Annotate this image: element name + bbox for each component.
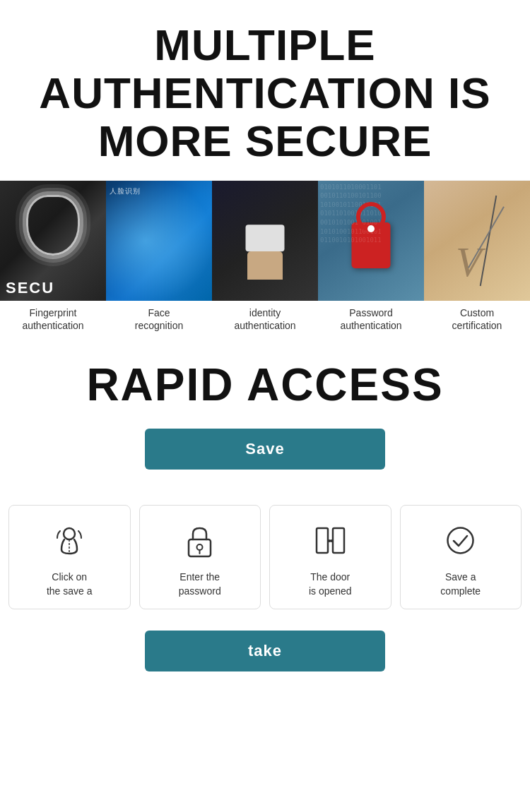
custom-image: V: [424, 181, 530, 301]
checkmark-icon: [440, 520, 482, 562]
custom-label: Custom certification: [451, 301, 504, 338]
touch-icon: [48, 520, 90, 562]
step-click-save-label: Click on the save a: [47, 571, 93, 598]
auth-types-grid: SECU Fingerprint authentication Face rec…: [0, 180, 530, 338]
save-button[interactable]: Save: [145, 429, 385, 470]
svg-rect-4: [317, 528, 328, 553]
rapid-access-title: RAPID ACCESS: [14, 359, 516, 411]
auth-item-fingerprint: SECU Fingerprint authentication: [0, 181, 106, 338]
secu-label: SECU: [0, 275, 60, 301]
v-shape: V: [456, 238, 482, 287]
step-enter-password-label: Enter the password: [179, 571, 221, 598]
step-enter-password: Enter the password: [139, 505, 261, 609]
take-button[interactable]: take: [145, 631, 385, 671]
identity-image: [212, 181, 318, 301]
face-label: Face recognition: [134, 301, 185, 338]
fingerprint-image: SECU: [0, 181, 106, 301]
identity-label: identity authentication: [232, 301, 297, 338]
auth-item-face: Face recognition: [106, 181, 212, 338]
steps-grid: Click on the save a Enter the password: [0, 505, 530, 623]
step-save-complete: Save a complete: [400, 505, 522, 609]
svg-point-0: [64, 528, 75, 539]
keyhole: [367, 225, 375, 232]
auth-item-custom: V Custom certification: [424, 181, 530, 338]
lock-icon: [179, 520, 221, 562]
auth-item-identity: identity authentication: [212, 181, 318, 338]
step-door-opened: The door is opened: [269, 505, 391, 609]
step-save-complete-label: Save a complete: [440, 571, 481, 598]
svg-rect-5: [333, 528, 344, 553]
door-icon: [309, 520, 351, 562]
step-click-save: Click on the save a: [8, 505, 131, 609]
svg-point-7: [330, 539, 333, 542]
rapid-access-section: RAPID ACCESS Save: [0, 338, 530, 505]
fingerprint-label: Fingerprint authentication: [20, 301, 85, 338]
auth-item-password: 0101011010001101 0010110100101100 101001…: [318, 181, 424, 338]
page-title: MULTIPLE AUTHENTICATION IS MORE SECURE: [0, 0, 530, 180]
password-label: Password authentication: [338, 301, 403, 338]
password-image: 0101011010001101 0010110100101100 101001…: [318, 181, 424, 301]
step-door-opened-label: The door is opened: [309, 571, 352, 598]
svg-point-2: [197, 544, 203, 550]
binary-overlay: 0101011010001101 0010110100101100 101001…: [318, 181, 424, 301]
svg-point-8: [448, 528, 473, 554]
face-image: [106, 181, 212, 301]
